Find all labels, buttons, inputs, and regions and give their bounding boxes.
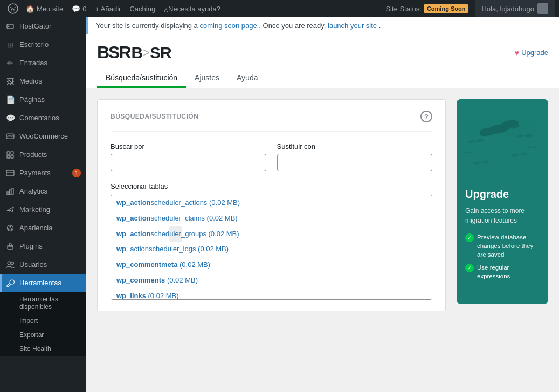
plugin-header: BSR B > SR ♥ Upgrade Búsqueda/sustitució… (86, 34, 559, 88)
medios-icon: 🖼 (5, 77, 15, 86)
svg-point-3 (8, 26, 10, 27)
coming-soon-link[interactable]: coming soon page (199, 22, 257, 30)
sidebar-item-herramientas[interactable]: Herramientas (0, 274, 86, 292)
admin-bar: W 🏠 Meu site 💬 0 + Añadir Caching ¿Neces… (0, 0, 559, 17)
svg-rect-10 (6, 170, 14, 176)
upgrade-sidebar: Upgrade Gain access to more migration fe… (457, 99, 548, 381)
search-field-group: Buscar por (111, 142, 266, 171)
upgrade-card-text: Gain access to more migration features (465, 206, 540, 225)
site-notice: Your site is currently displaying a comi… (86, 17, 559, 34)
list-item[interactable]: wp_actionscheduler_groups (0.02 MB) (111, 226, 432, 242)
tab-busqueda[interactable]: Búsqueda/sustitución (97, 69, 186, 88)
svg-point-17 (10, 226, 11, 227)
search-replace-fields: Buscar por Sustituir con (111, 142, 432, 171)
upgrade-feature-2: ✓ Use regular expressions (465, 263, 540, 280)
list-item[interactable]: wp_actionscheduler_actions (0.02 MB) (111, 195, 432, 211)
svg-rect-21 (9, 244, 11, 246)
help-item[interactable]: ¿Necesita ayuda? (160, 0, 225, 17)
list-item[interactable]: wp_actionscheduler_claims (0.02 MB) (111, 211, 432, 226)
payments-icon (5, 168, 15, 178)
marketing-icon (5, 205, 15, 215)
svg-rect-14 (12, 188, 13, 195)
svg-text:Woo: Woo (6, 134, 14, 138)
content-area: Your site is currently displaying a comi… (86, 17, 559, 392)
search-replace-card: BÚSQUEDA/SUSTITUCIÓN ? Buscar por Sustit… (97, 99, 446, 311)
launch-site-link[interactable]: launch your site (328, 22, 377, 30)
svg-rect-8 (7, 155, 10, 158)
replace-label: Sustituir con (277, 142, 433, 150)
admin-sidebar: HostGator ⊞ Escritorio ✏ Entradas 🖼 Medi… (0, 17, 86, 392)
analytics-icon (5, 187, 15, 196)
caching-item[interactable]: Caching (125, 0, 160, 17)
tab-ajustes[interactable]: Ajustes (186, 69, 228, 88)
upgrade-card: Upgrade Gain access to more migration fe… (457, 99, 548, 304)
list-item[interactable]: wp_commentmeta (0.02 MB) (111, 257, 432, 273)
sidebar-item-hostgator[interactable]: HostGator (0, 17, 86, 36)
status-badge: Coming Soon (424, 4, 469, 13)
upgrade-card-content: Upgrade Gain access to more migration fe… (465, 188, 540, 280)
heart-icon: ♥ (515, 49, 519, 57)
svg-point-18 (11, 229, 12, 230)
sidebar-subitem-import[interactable]: Import (0, 314, 86, 328)
sidebar-item-paginas[interactable]: 📄 Páginas (0, 91, 86, 109)
paginas-icon: 📄 (5, 95, 15, 105)
list-item[interactable]: wp_links (0.02 MB) (111, 288, 432, 300)
birds-decoration (457, 99, 548, 196)
tables-label: Seleccionar tablas (111, 182, 432, 190)
upgrade-card-title: Upgrade (465, 188, 540, 201)
comentarios-icon: 💬 (5, 113, 15, 123)
entradas-icon: ✏ (5, 58, 15, 68)
sidebar-item-escritorio[interactable]: ⊞ Escritorio (0, 36, 86, 54)
user-menu[interactable]: Hola, lojadohugo (475, 0, 555, 17)
escritorio-icon: ⊞ (5, 40, 15, 50)
upgrade-feature-1: ✓ Preview database changes before they a… (465, 233, 540, 259)
content-inner: BÚSQUEDA/SUSTITUCIÓN ? Buscar por Sustit… (86, 88, 559, 392)
products-icon (5, 150, 15, 160)
hostgator-icon (5, 22, 15, 31)
sidebar-item-medios[interactable]: 🖼 Medios (0, 72, 86, 91)
plugins-icon (5, 242, 15, 251)
add-item[interactable]: + Añadir (91, 0, 125, 17)
sidebar-item-usuarios[interactable]: Usuarios (0, 256, 86, 274)
sidebar-subitem-site-health[interactable]: Site Health (0, 342, 86, 356)
search-input[interactable] (111, 154, 266, 171)
sidebar-subitem-herramientas-disponibles[interactable]: Herramientas disponibles (0, 292, 86, 314)
upgrade-link[interactable]: ♥ Upgrade (515, 49, 548, 57)
svg-rect-12 (7, 192, 9, 195)
sidebar-item-products[interactable]: Products (0, 146, 86, 164)
site-name-item[interactable]: 🏠 Meu site (22, 0, 67, 17)
sidebar-item-entradas[interactable]: ✏ Entradas (0, 54, 86, 72)
adminbar-right: Site Status: Coming Soon Hola, lojadohug… (379, 0, 555, 17)
svg-rect-7 (11, 152, 13, 154)
list-item[interactable]: wp_actionscheduler_logs (0.02 MB) (111, 242, 432, 257)
card-header: BÚSQUEDA/SUSTITUCIÓN ? (111, 111, 432, 132)
svg-point-24 (11, 262, 14, 265)
sidebar-item-payments[interactable]: Payments 1 (0, 164, 86, 182)
check-icon-1: ✓ (465, 233, 474, 242)
replace-input[interactable] (277, 154, 433, 171)
replace-field-group: Sustituir con (277, 142, 433, 171)
svg-rect-13 (10, 190, 11, 195)
search-replace-panel: BÚSQUEDA/SUSTITUCIÓN ? Buscar por Sustit… (97, 99, 446, 381)
sidebar-item-analytics[interactable]: Analytics (0, 182, 86, 201)
sidebar-item-woocommerce[interactable]: Woo WooCommerce (0, 127, 86, 146)
usuarios-icon (5, 260, 15, 270)
tables-list[interactable]: wp_actionscheduler_actions (0.02 MB) wp_… (111, 195, 432, 300)
apariencia-icon (5, 223, 15, 233)
check-icon-2: ✓ (465, 264, 474, 272)
sidebar-item-plugins[interactable]: Plugins (0, 237, 86, 256)
wp-logo-icon[interactable]: W (4, 0, 22, 17)
list-item[interactable]: wp_comments (0.02 MB) (111, 273, 432, 288)
tab-ayuda[interactable]: Ayuda (228, 69, 266, 88)
woocommerce-icon: Woo (5, 132, 15, 141)
sidebar-item-comentarios[interactable]: 💬 Comentarios (0, 109, 86, 127)
comments-item[interactable]: 💬 0 (67, 0, 91, 17)
help-icon[interactable]: ? (420, 111, 432, 122)
site-status-button[interactable]: Site Status: Coming Soon (379, 0, 475, 17)
plugin-header-top: BSR B > SR ♥ Upgrade (97, 43, 548, 63)
sidebar-item-apariencia[interactable]: Apariencia (0, 219, 86, 237)
payments-badge: 1 (72, 169, 81, 177)
logo-letters: B > SR (132, 44, 171, 62)
sidebar-item-marketing[interactable]: Marketing (0, 201, 86, 219)
sidebar-subitem-exportar[interactable]: Exportar (0, 328, 86, 342)
